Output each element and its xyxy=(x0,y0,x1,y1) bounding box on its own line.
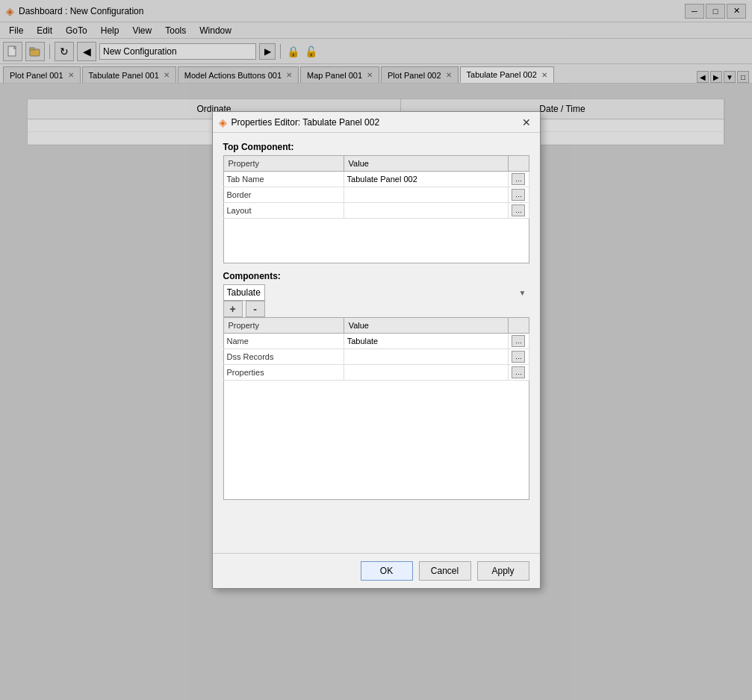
layout-edit-button[interactable]: … xyxy=(512,204,525,216)
layout-value[interactable] xyxy=(344,203,509,219)
layout-label: Layout xyxy=(223,203,344,219)
dialog-title-bar: ◈ Properties Editor: Tabulate Panel 002 … xyxy=(213,112,540,133)
plus-minus-row: + - xyxy=(223,301,529,317)
content-area: Ordinate Date / Time Units Type xyxy=(0,84,752,700)
table-row: Tab Name Tabulate Panel 002 … xyxy=(223,172,529,187)
comp-col3-header xyxy=(509,318,529,334)
border-value[interactable] xyxy=(344,187,509,203)
properties-edit-button[interactable]: … xyxy=(512,366,525,378)
components-section: Components: Tabulate ▼ xyxy=(223,271,529,500)
components-header-row: Property Value xyxy=(223,318,529,334)
properties-editor-dialog: ◈ Properties Editor: Tabulate Panel 002 … xyxy=(212,111,541,589)
properties-label: Properties xyxy=(223,365,344,381)
remove-component-button[interactable]: - xyxy=(246,301,265,317)
dss-records-label: Dss Records xyxy=(223,349,344,365)
select-arrow-icon: ▼ xyxy=(519,289,526,297)
cancel-button[interactable]: Cancel xyxy=(419,561,471,581)
layout-edit-btn-cell: … xyxy=(509,203,529,219)
ok-button[interactable]: OK xyxy=(361,561,413,581)
top-col2-header: Value xyxy=(344,156,509,172)
properties-edit-btn-cell: … xyxy=(509,365,529,381)
components-table: Property Value Name Tabulate xyxy=(223,317,529,381)
properties-value[interactable] xyxy=(344,365,509,381)
top-col1-header: Property xyxy=(223,156,344,172)
tab-name-edit-button[interactable]: … xyxy=(512,173,525,185)
tab-name-edit-btn-cell: … xyxy=(509,172,529,187)
top-col3-header xyxy=(509,156,529,172)
comp-col2-header: Value xyxy=(344,318,509,334)
component-type-select[interactable]: Tabulate xyxy=(223,284,265,301)
name-edit-button[interactable]: … xyxy=(512,335,525,347)
modal-overlay: ◈ Properties Editor: Tabulate Panel 002 … xyxy=(0,0,752,700)
select-wrapper: Tabulate ▼ xyxy=(223,284,529,301)
top-component-title: Top Component: xyxy=(223,142,529,152)
table-row: Properties … xyxy=(223,365,529,381)
name-label: Name xyxy=(223,334,344,349)
components-title: Components: xyxy=(223,271,529,281)
dss-records-value[interactable] xyxy=(344,349,509,365)
component-select-row: Tabulate ▼ xyxy=(223,284,529,301)
top-component-section: Top Component: Property Value xyxy=(223,142,529,263)
top-component-header-row: Property Value xyxy=(223,156,529,172)
dialog-footer: OK Cancel Apply xyxy=(213,553,540,588)
components-empty-area xyxy=(223,381,529,500)
dialog-icon: ◈ xyxy=(219,116,227,128)
border-edit-btn-cell: … xyxy=(509,187,529,203)
name-edit-btn-cell: … xyxy=(509,334,529,349)
top-component-empty-area xyxy=(223,219,529,263)
table-row: Dss Records … xyxy=(223,349,529,365)
border-label: Border xyxy=(223,187,344,203)
dialog-title: Properties Editor: Tabulate Panel 002 xyxy=(231,117,380,128)
comp-col1-header: Property xyxy=(223,318,344,334)
name-value[interactable]: Tabulate xyxy=(344,334,509,349)
tab-name-value[interactable]: Tabulate Panel 002 xyxy=(344,172,509,187)
dialog-body: Top Component: Property Value xyxy=(213,133,540,553)
table-row: Layout … xyxy=(223,203,529,219)
apply-button[interactable]: Apply xyxy=(477,561,529,581)
top-component-table: Property Value Tab Name Tabulate Panel 0… xyxy=(223,155,529,219)
app-window: ◈ Dashboard : New Configuration ─ □ ✕ Fi… xyxy=(0,0,752,700)
dss-records-edit-btn-cell: … xyxy=(509,349,529,365)
add-component-button[interactable]: + xyxy=(223,301,243,317)
dss-records-edit-button[interactable]: … xyxy=(512,351,525,363)
tab-name-label: Tab Name xyxy=(223,172,344,187)
table-row: Name Tabulate … xyxy=(223,334,529,349)
table-row: Border … xyxy=(223,187,529,203)
dialog-title-left: ◈ Properties Editor: Tabulate Panel 002 xyxy=(219,116,380,128)
border-edit-button[interactable]: … xyxy=(512,189,525,201)
dialog-close-button[interactable]: ✕ xyxy=(519,115,534,130)
